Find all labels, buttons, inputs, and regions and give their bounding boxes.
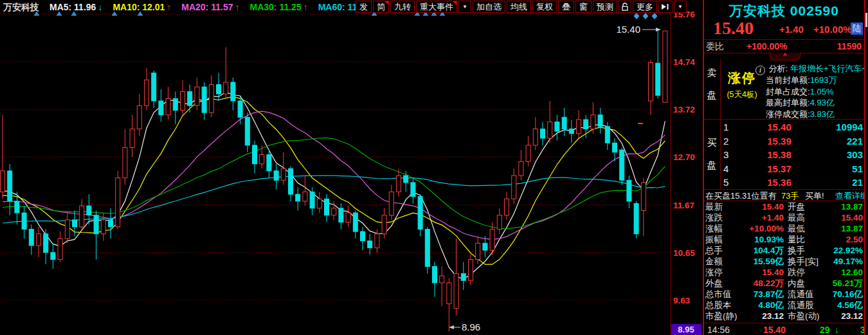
stat-label: 跌停 <box>784 267 829 278</box>
ma-settings-button[interactable]: 均线 <box>507 1 531 13</box>
candle-body <box>569 129 574 133</box>
candle-body <box>325 199 329 215</box>
chart-toolbar: 发简九转重大事件▼加自选均线复权叠窗预测更多▼ <box>356 1 687 13</box>
stat-label: 市盈(动) <box>784 311 829 321</box>
limit-up-streak: (5天4板) <box>722 89 762 100</box>
buy-level: 2 <box>723 136 728 147</box>
candle-body <box>15 201 19 213</box>
buy-price: 15.39 <box>760 136 799 147</box>
y-axis-label: 14.74 <box>673 57 695 67</box>
candle-body <box>454 273 458 308</box>
seal-label: 最高封单额: <box>766 98 810 107</box>
candle-body <box>533 129 538 145</box>
jian-button[interactable]: 简 <box>373 1 389 13</box>
stat-row: 金额15.59亿换手[实]49.17% <box>704 256 864 267</box>
buy-order-row-3[interactable]: 315.38303 <box>721 148 864 162</box>
ma-value-4: MA30: 11.25↑ <box>249 2 307 14</box>
candle-body <box>411 183 415 197</box>
stat-label: 内盘 <box>784 278 829 289</box>
candle-body <box>433 266 437 282</box>
stat-label: 量比 <box>784 234 829 245</box>
buy-order-row-4[interactable]: 415.3751 <box>721 162 864 176</box>
nine-turn-button[interactable]: 九转 <box>390 1 415 13</box>
stat-value: 10.93% <box>744 234 784 245</box>
analysis-line[interactable]: i 分析: 年报增长+飞行汽车+汽车 <box>755 63 864 75</box>
high-annotation-arrowhead <box>656 28 661 32</box>
add-watchlist-button[interactable]: 加自选 <box>473 1 505 13</box>
price-change-percent: +10.00% <box>813 24 852 35</box>
view-details-link[interactable]: 查看详细 <box>835 190 868 202</box>
candle-body <box>267 154 271 170</box>
candle-body <box>29 229 33 245</box>
candle-body <box>382 215 386 234</box>
window-button[interactable]: 窗 <box>575 1 592 13</box>
stat-value: 104.4万 <box>744 245 784 256</box>
candle-body <box>22 213 26 229</box>
seal-stat-line: 涨停成交额:3.83亿 <box>766 109 835 120</box>
candle-body <box>461 273 466 280</box>
candle-body <box>137 105 141 129</box>
stat-value: 15.40 <box>744 201 784 212</box>
candle-body <box>649 62 653 100</box>
stat-value: +1.40 <box>744 212 784 223</box>
stat-label: 振幅 <box>704 234 744 245</box>
candle-body <box>274 171 278 181</box>
more-button[interactable]: 更多 <box>633 1 657 13</box>
candlestick-chart-canvas[interactable]: 15.7614.7413.7212.7011.6710.659.638.9515… <box>0 0 702 335</box>
candle-body <box>620 150 624 180</box>
candle-body <box>310 192 314 208</box>
next-stock-button-skip-next-icon[interactable] <box>658 1 673 13</box>
tick-volume: 29 <box>820 325 830 335</box>
candle-body <box>166 98 170 114</box>
candle-body <box>663 31 667 102</box>
candle-body <box>44 234 48 253</box>
candle-body <box>598 115 602 127</box>
forecast-button[interactable]: 预测 <box>593 1 617 13</box>
buy-order-row-1[interactable]: 115.4010994 <box>721 120 864 134</box>
candle-body <box>332 208 336 215</box>
candle-body <box>209 85 213 113</box>
major-events-button[interactable]: 重大事件 <box>416 1 457 13</box>
analysis-tags-link[interactable]: 年报增长+飞行汽车+汽车 <box>790 64 864 73</box>
buy-order-row-5[interactable]: 515.3621 <box>721 176 864 190</box>
notice-suffix: 买单! <box>805 190 824 202</box>
candle-body <box>505 199 509 215</box>
candle-body <box>541 129 545 138</box>
candle-body <box>173 98 177 110</box>
stat-value: 15.59亿 <box>744 256 784 267</box>
candle-body <box>512 176 516 199</box>
weibi-label: 委比 <box>706 41 724 53</box>
major-events-dropdown-caret-down-icon[interactable]: ▼ <box>458 1 471 13</box>
stat-value: 70.16亿 <box>829 289 864 300</box>
candle-body <box>483 243 487 250</box>
candle-body <box>577 120 581 134</box>
buy-volume: 221 <box>847 136 863 147</box>
adjust-price-button[interactable]: 复权 <box>532 1 557 13</box>
stat-label: 总手 <box>704 245 744 256</box>
candle-body <box>476 243 480 259</box>
stat-value: 73.87亿 <box>744 289 784 300</box>
buy-order-row-2[interactable]: 215.39221 <box>721 134 864 149</box>
candle-body <box>641 183 646 211</box>
candle-body <box>469 260 473 281</box>
price-change: +1.40 <box>779 24 804 35</box>
stat-row: 总手104.4万换手22.92% <box>704 245 864 256</box>
event-diamond-icon <box>643 13 649 19</box>
stat-value: 15.40 <box>744 267 784 278</box>
fa-button[interactable]: 发 <box>356 1 372 13</box>
overlay-button[interactable]: 叠 <box>558 1 574 13</box>
toolbar-dropdown-caret-down-icon[interactable]: ▼ <box>674 1 687 13</box>
y-axis-label: 12.70 <box>673 152 695 162</box>
seal-stat-line: 最高封单额:4.93亿 <box>766 97 835 109</box>
seal-value: 4.93亿 <box>810 98 835 107</box>
candle-body <box>87 206 91 215</box>
candle-body <box>605 127 610 143</box>
stat-row: 涨幅+10.00%最低13.87 <box>704 223 864 234</box>
candle-body <box>51 253 55 260</box>
candle-body <box>555 122 559 132</box>
unlock-button-lock-open-icon[interactable] <box>619 1 631 13</box>
buy-price: 15.38 <box>760 149 799 160</box>
seal-stat-line: 封单占成交:1.05% <box>766 86 834 98</box>
market-badge: 陆 <box>851 23 863 35</box>
ma-trend-arrow: ↑ <box>303 2 308 12</box>
